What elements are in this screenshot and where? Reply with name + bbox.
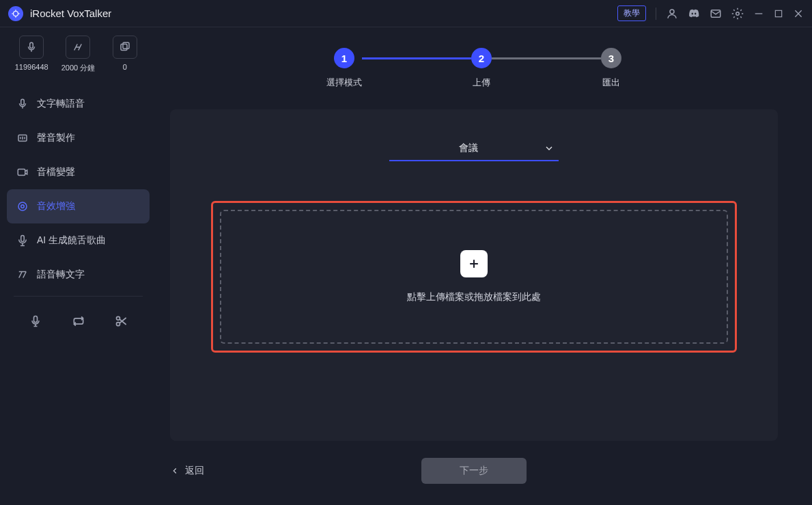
step-label: 上傳	[473, 77, 490, 89]
svg-point-0	[14, 11, 18, 16]
bottom-tools	[7, 308, 150, 338]
nav-audio-change[interactable]: 音檔變聲	[7, 155, 150, 189]
svg-point-18	[21, 205, 25, 208]
chevron-left-icon	[170, 466, 180, 476]
step-2: 2 上傳	[471, 48, 492, 89]
svg-rect-10	[123, 42, 129, 49]
svg-point-3	[736, 12, 740, 15]
minimize-icon[interactable]	[753, 8, 764, 19]
upload-dropzone[interactable]: 點擊上傳檔案或拖放檔案到此處	[220, 210, 728, 344]
stats-row: 11996448 2000 分鐘 0	[7, 36, 150, 73]
svg-rect-9	[121, 44, 127, 51]
svg-point-17	[18, 202, 27, 210]
svg-rect-8	[30, 42, 33, 48]
step-connector	[362, 57, 471, 59]
step-label: 選擇模式	[326, 77, 362, 89]
nav-label: 文字轉語音	[37, 98, 85, 110]
svg-rect-20	[33, 316, 37, 323]
app-logo	[8, 6, 23, 21]
svg-rect-16	[18, 169, 25, 176]
upload-panel: 會議 點擊上傳檔案或拖放檔案到此處	[170, 109, 778, 441]
separator	[14, 296, 143, 297]
mail-icon[interactable]	[710, 8, 722, 20]
footer-row: 返回 下一步	[170, 457, 778, 484]
svg-rect-11	[21, 99, 25, 105]
titlebar: iRocket VoxTalker 教學	[0, 0, 812, 27]
back-button[interactable]: 返回	[170, 465, 204, 477]
nav-voice-creation[interactable]: 聲音製作	[7, 121, 150, 155]
step-number: 3	[601, 48, 621, 68]
stat-count[interactable]: 0	[104, 36, 145, 73]
nav-label: AI 生成饒舌歌曲	[37, 234, 106, 247]
nav-audio-enhance[interactable]: 音效增強	[7, 189, 150, 223]
step-number: 1	[334, 48, 354, 68]
step-connector	[492, 57, 601, 59]
upload-text: 點擊上傳檔案或拖放檔案到此處	[407, 291, 541, 303]
upload-highlight: 點擊上傳檔案或拖放檔案到此處	[211, 201, 737, 353]
content-area: 1 選擇模式 2 上傳 3 匯出 會議	[156, 27, 812, 505]
step-3: 3 匯出	[601, 48, 621, 89]
stat-minutes[interactable]: 2000 分鐘	[57, 36, 98, 73]
sidebar: 11996448 2000 分鐘 0 文字轉語音 聲音製作 音檔變聲 音效增	[0, 27, 156, 505]
back-label: 返回	[185, 465, 204, 477]
nav-speech-to-text[interactable]: 語音轉文字	[7, 258, 150, 292]
loop-icon[interactable]	[72, 314, 85, 331]
svg-point-23	[116, 323, 120, 326]
separator	[656, 8, 656, 20]
svg-rect-19	[21, 236, 25, 242]
nav-text-to-speech[interactable]: 文字轉語音	[7, 87, 150, 121]
step-number: 2	[471, 48, 492, 68]
step-1: 1 選擇模式	[326, 48, 362, 89]
maximize-icon[interactable]	[774, 9, 783, 18]
nav-label: 聲音製作	[37, 132, 75, 144]
record-icon[interactable]	[29, 314, 42, 331]
step-label: 匯出	[602, 77, 620, 89]
svg-point-1	[670, 10, 674, 14]
svg-point-22	[116, 316, 120, 320]
tutorial-button[interactable]: 教學	[617, 5, 646, 21]
mode-select[interactable]: 會議	[389, 137, 559, 161]
upload-plus-button[interactable]	[460, 250, 488, 277]
nav-ai-rap[interactable]: AI 生成饒舌歌曲	[7, 223, 150, 258]
app-title: iRocket VoxTalker	[30, 8, 617, 19]
chevron-down-icon	[544, 143, 555, 154]
select-value: 會議	[393, 142, 544, 154]
settings-icon[interactable]	[731, 8, 744, 20]
nav-label: 音效增強	[37, 200, 75, 213]
close-icon[interactable]	[793, 8, 804, 19]
nav-label: 語音轉文字	[37, 269, 85, 281]
discord-icon[interactable]	[688, 8, 700, 20]
svg-rect-5	[775, 10, 781, 16]
stepper: 1 選擇模式 2 上傳 3 匯出	[170, 48, 778, 89]
nav-label: 音檔變聲	[37, 166, 75, 178]
next-button[interactable]: 下一步	[421, 458, 527, 484]
stat-characters[interactable]: 11996448	[11, 36, 52, 73]
cut-icon[interactable]	[115, 314, 128, 331]
user-icon[interactable]	[666, 8, 678, 20]
